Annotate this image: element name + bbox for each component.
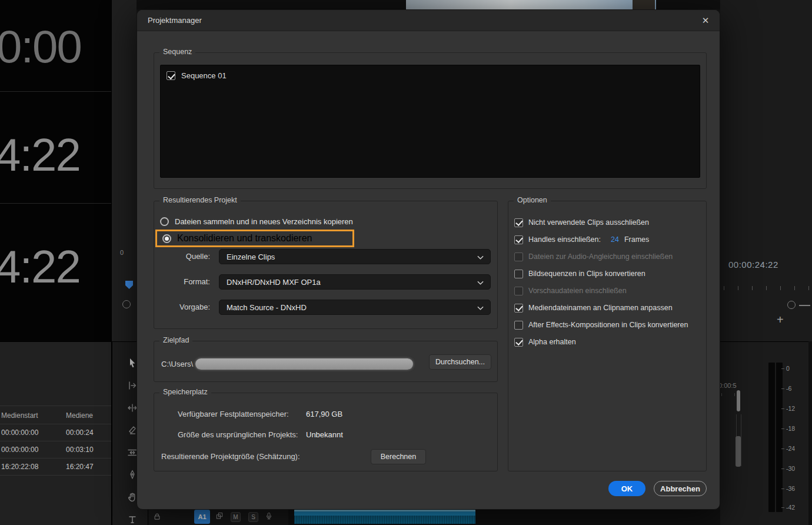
sequence-list-item[interactable]: Sequence 01 bbox=[167, 71, 227, 80]
ok-button-label: OK bbox=[621, 484, 633, 493]
option-convert-image-sequences[interactable]: Bildsequenzen in Clips konvertieren bbox=[514, 269, 645, 278]
checkbox[interactable] bbox=[514, 321, 523, 330]
option-audio-conform-files: Dateien zur Audio-Angleichung einschließ… bbox=[514, 252, 673, 261]
option-preserve-alpha[interactable]: Alpha erhalten bbox=[514, 337, 576, 347]
sequence-checkbox[interactable] bbox=[167, 71, 175, 80]
audio-meter-bar-left bbox=[768, 363, 775, 512]
cancel-button[interactable]: Abbrechen bbox=[654, 481, 707, 496]
source-dropdown[interactable]: Einzelne Clips bbox=[219, 249, 491, 264]
clip-row-cell[interactable]: 00:00:00:00 bbox=[1, 446, 38, 454]
browse-button-label: Durchsuchen... bbox=[435, 358, 485, 366]
clip-row-cell[interactable]: 00:00:24 bbox=[66, 428, 94, 437]
radio-consolidate-transcode[interactable] bbox=[162, 234, 171, 243]
preset-dropdown[interactable]: Match Source - DNxHD bbox=[219, 300, 491, 315]
option-include-handles[interactable]: Handles einschließen: 24 Frames bbox=[514, 235, 649, 244]
monitor-timecode-3[interactable]: 4:22 bbox=[0, 244, 80, 290]
original-size-label: Größe des ursprünglichen Projekts: bbox=[178, 430, 298, 439]
redacted-path-value bbox=[195, 358, 413, 370]
marker-ring-icon[interactable] bbox=[122, 300, 131, 308]
sequence-group-legend: Sequenz bbox=[159, 48, 195, 56]
browse-button[interactable]: Durchsuchen... bbox=[429, 354, 491, 370]
voiceover-record-button[interactable] bbox=[265, 512, 273, 523]
option-exclude-unused-clips[interactable]: Nicht verwendete Clips ausschließen bbox=[514, 218, 649, 227]
row-divider bbox=[0, 424, 111, 424]
monitor-panel: 0:00 4:22 4:22 bbox=[0, 0, 112, 341]
zoom-slider-track[interactable] bbox=[799, 305, 810, 306]
resulting-project-legend: Resultierendes Projekt bbox=[159, 196, 241, 204]
row-divider bbox=[0, 441, 111, 441]
chevron-down-icon bbox=[477, 281, 484, 285]
sequence-list[interactable]: Sequence 01 bbox=[160, 65, 700, 178]
scrollbar-thumb[interactable] bbox=[736, 436, 741, 467]
audio-meter-bar-right bbox=[776, 363, 783, 512]
ruler-tick bbox=[738, 286, 738, 290]
audio-meter bbox=[768, 363, 783, 512]
radio-collect-copy-label: Dateien sammeln und in neues Verzeichnis… bbox=[175, 217, 353, 226]
mute-button[interactable]: M bbox=[231, 512, 241, 522]
options-group: Optionen Nicht verwendete Clips ausschli… bbox=[508, 201, 707, 471]
resulting-project-group: Resultierendes Projekt Dateien sammeln u… bbox=[154, 201, 498, 329]
ruler-tick bbox=[734, 393, 735, 396]
row-divider bbox=[0, 406, 111, 406]
checkbox bbox=[514, 252, 523, 261]
scrollbar-thumb[interactable] bbox=[737, 390, 740, 411]
timeline-track-strip: A1 M S bbox=[148, 510, 720, 525]
checkbox[interactable] bbox=[514, 304, 523, 313]
project-manager-dialog: Projektmanager ✕ Sequenz Sequence 01 Res… bbox=[137, 9, 720, 510]
lock-icon bbox=[153, 513, 161, 521]
zoom-slider-knob[interactable] bbox=[787, 301, 796, 309]
project-panel: 3 Elemente Medienstart Mediene 00:00:00:… bbox=[0, 341, 112, 525]
sequence-label: Sequence 01 bbox=[181, 71, 227, 80]
checkbox[interactable] bbox=[514, 235, 523, 244]
sync-lock-icon bbox=[215, 512, 224, 520]
panel-divider bbox=[0, 203, 111, 204]
source-dropdown-value: Einzelne Clips bbox=[227, 252, 275, 261]
track-lock-button[interactable] bbox=[153, 513, 161, 523]
meter-tick bbox=[781, 428, 784, 429]
radio-icon[interactable] bbox=[160, 217, 169, 226]
option-convert-ae-comps[interactable]: After Effects-Kompositionen in Clips kon… bbox=[514, 320, 688, 330]
column-header-media-start[interactable]: Medienstart bbox=[1, 411, 38, 420]
checkbox[interactable] bbox=[514, 338, 523, 347]
clip-row-cell[interactable]: 00:00:00:00 bbox=[1, 428, 38, 437]
playhead-marker[interactable] bbox=[125, 281, 133, 289]
clip-row-cell[interactable]: 16:20:47 bbox=[66, 463, 94, 471]
destination-path-group: Zielpfad C:\Users\ Durchsuchen... bbox=[154, 341, 498, 382]
option-rename-media-files[interactable]: Mediendateinamen an Clipnamen anpassen bbox=[514, 303, 673, 313]
checkbox[interactable] bbox=[514, 270, 523, 278]
handles-frames-value[interactable]: 24 bbox=[611, 235, 619, 244]
type-tool-button[interactable] bbox=[127, 514, 138, 525]
microphone-icon bbox=[265, 512, 273, 520]
clip-row-cell[interactable]: 00:03:10 bbox=[66, 446, 94, 454]
cancel-button-label: Abbrechen bbox=[660, 484, 700, 493]
close-button[interactable]: ✕ bbox=[698, 14, 713, 27]
format-dropdown[interactable]: DNxHR/DNxHD MXF OP1a bbox=[219, 274, 491, 290]
column-header-media-end[interactable]: Mediene bbox=[66, 411, 93, 420]
meter-scale-label: -12 bbox=[786, 405, 795, 412]
monitor-timecode-2[interactable]: 4:22 bbox=[0, 132, 80, 178]
dialog-titlebar[interactable]: Projektmanager bbox=[137, 10, 720, 31]
option-include-preview-files: Vorschaudateien einschließen bbox=[514, 286, 627, 295]
monitor-timecode-1[interactable]: 0:00 bbox=[0, 24, 81, 69]
plus-icon[interactable]: + bbox=[777, 313, 784, 327]
format-dropdown-value: DNxHR/DNxHD MXF OP1a bbox=[227, 278, 321, 287]
radio-collect-copy[interactable]: Dateien sammeln und in neues Verzeichnis… bbox=[160, 217, 353, 226]
track-a1-badge[interactable]: A1 bbox=[194, 510, 210, 524]
path-prefix-label: C:\Users\ bbox=[161, 360, 193, 368]
meter-tick bbox=[781, 408, 784, 409]
timeline-clip[interactable] bbox=[294, 510, 475, 524]
meter-scale-label: -30 bbox=[786, 465, 795, 472]
dialog-title: Projektmanager bbox=[148, 16, 202, 25]
program-monitor-timecode[interactable]: 00:00:24:22 bbox=[728, 260, 778, 270]
meter-scale-label: -42 bbox=[786, 504, 795, 511]
sync-lock-button[interactable] bbox=[215, 512, 224, 523]
meter-scale-label: -24 bbox=[786, 445, 795, 452]
handles-frames-suffix: Frames bbox=[624, 235, 649, 244]
meter-tick bbox=[781, 507, 784, 508]
checkbox[interactable] bbox=[514, 218, 523, 227]
calculate-button[interactable]: Berechnen bbox=[371, 449, 426, 464]
ok-button[interactable]: OK bbox=[608, 481, 645, 496]
clip-row-cell[interactable]: 16:20:22:08 bbox=[1, 463, 38, 471]
solo-button[interactable]: S bbox=[248, 512, 258, 522]
scrollbar-track bbox=[741, 414, 741, 466]
